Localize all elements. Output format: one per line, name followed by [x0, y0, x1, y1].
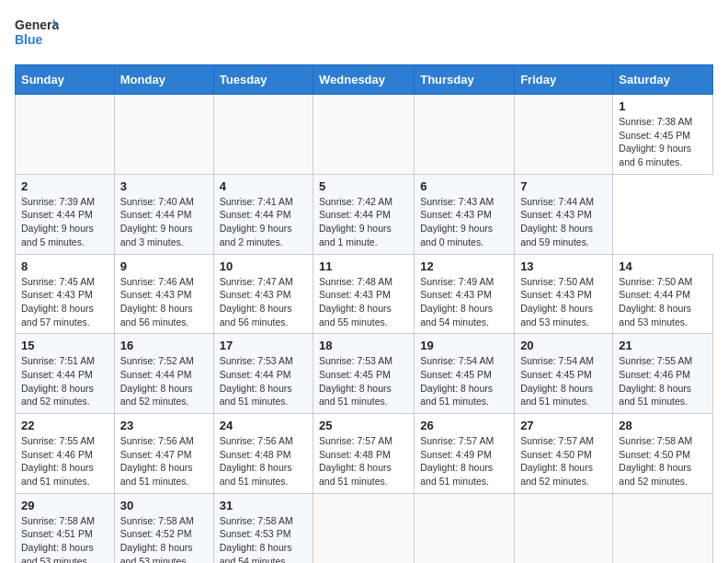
day-number: 19 [420, 339, 508, 352]
header-sunday: Sunday [16, 65, 115, 95]
day-number: 11 [319, 259, 408, 273]
table-row: 2Sunrise: 7:39 AMSunset: 4:44 PMDaylight… [16, 174, 115, 254]
day-number: 21 [619, 339, 707, 352]
day-info: Sunrise: 7:54 AMSunset: 4:45 PMDaylight:… [420, 354, 508, 408]
day-number: 22 [21, 419, 108, 432]
day-number: 17 [220, 339, 307, 352]
day-number: 10 [220, 259, 307, 273]
day-info: Sunrise: 7:38 AMSunset: 4:45 PMDaylight:… [619, 115, 707, 169]
day-info: Sunrise: 7:54 AMSunset: 4:45 PMDaylight:… [520, 354, 607, 408]
day-number: 8 [21, 259, 108, 273]
day-info: Sunrise: 7:57 AMSunset: 4:49 PMDaylight:… [420, 434, 508, 488]
day-info: Sunrise: 7:55 AMSunset: 4:46 PMDaylight:… [619, 354, 707, 408]
day-number: 18 [319, 339, 408, 352]
day-info: Sunrise: 7:50 AMSunset: 4:43 PMDaylight:… [520, 275, 607, 329]
day-number: 9 [120, 259, 208, 273]
table-row: 31Sunrise: 7:58 AMSunset: 4:53 PMDayligh… [213, 493, 313, 563]
day-info: Sunrise: 7:57 AMSunset: 4:48 PMDaylight:… [319, 434, 408, 488]
day-number: 14 [619, 259, 707, 273]
table-row: 16Sunrise: 7:52 AMSunset: 4:44 PMDayligh… [114, 334, 213, 414]
table-row: 15Sunrise: 7:51 AMSunset: 4:44 PMDayligh… [16, 334, 115, 414]
table-row: 25Sunrise: 7:57 AMSunset: 4:48 PMDayligh… [313, 414, 415, 494]
table-row: 13Sunrise: 7:50 AMSunset: 4:43 PMDayligh… [515, 254, 613, 334]
day-info: Sunrise: 7:41 AMSunset: 4:44 PMDaylight:… [220, 195, 307, 249]
calendar-header-row: SundayMondayTuesdayWednesdayThursdayFrid… [16, 65, 713, 95]
table-row: 23Sunrise: 7:56 AMSunset: 4:47 PMDayligh… [114, 414, 213, 494]
day-info: Sunrise: 7:48 AMSunset: 4:43 PMDaylight:… [319, 275, 408, 329]
day-number: 27 [520, 419, 607, 432]
page-header: General Blue [15, 15, 713, 53]
day-number: 29 [21, 499, 108, 512]
day-number: 4 [220, 179, 307, 193]
day-info: Sunrise: 7:57 AMSunset: 4:50 PMDaylight:… [520, 434, 607, 488]
table-row: 4Sunrise: 7:41 AMSunset: 4:44 PMDaylight… [213, 174, 313, 254]
table-row [515, 95, 613, 175]
day-info: Sunrise: 7:50 AMSunset: 4:44 PMDaylight:… [619, 275, 707, 329]
day-info: Sunrise: 7:52 AMSunset: 4:44 PMDaylight:… [120, 354, 208, 408]
table-row [313, 493, 415, 563]
header-saturday: Saturday [613, 65, 713, 95]
day-number: 6 [420, 179, 508, 193]
day-info: Sunrise: 7:49 AMSunset: 4:43 PMDaylight:… [420, 275, 508, 329]
day-info: Sunrise: 7:58 AMSunset: 4:51 PMDaylight:… [21, 514, 108, 563]
table-row [415, 95, 515, 175]
calendar-week-1: 1Sunrise: 7:38 AMSunset: 4:45 PMDaylight… [16, 95, 713, 175]
table-row: 30Sunrise: 7:58 AMSunset: 4:52 PMDayligh… [114, 493, 213, 563]
day-info: Sunrise: 7:46 AMSunset: 4:43 PMDaylight:… [120, 275, 208, 329]
table-row: 17Sunrise: 7:53 AMSunset: 4:44 PMDayligh… [213, 334, 313, 414]
table-row: 27Sunrise: 7:57 AMSunset: 4:50 PMDayligh… [515, 414, 613, 494]
day-number: 23 [120, 419, 208, 432]
day-info: Sunrise: 7:45 AMSunset: 4:43 PMDaylight:… [21, 275, 108, 329]
table-row: 12Sunrise: 7:49 AMSunset: 4:43 PMDayligh… [415, 254, 515, 334]
table-row: 3Sunrise: 7:40 AMSunset: 4:44 PMDaylight… [114, 174, 213, 254]
day-info: Sunrise: 7:51 AMSunset: 4:44 PMDaylight:… [21, 354, 108, 408]
day-number: 3 [120, 179, 208, 193]
header-thursday: Thursday [415, 65, 515, 95]
svg-text:General: General [15, 17, 59, 32]
table-row: 22Sunrise: 7:55 AMSunset: 4:46 PMDayligh… [16, 414, 115, 494]
table-row: 20Sunrise: 7:54 AMSunset: 4:45 PMDayligh… [515, 334, 613, 414]
table-row: 1Sunrise: 7:38 AMSunset: 4:45 PMDaylight… [613, 95, 713, 175]
day-info: Sunrise: 7:53 AMSunset: 4:44 PMDaylight:… [220, 354, 307, 408]
table-row [613, 493, 713, 563]
day-info: Sunrise: 7:56 AMSunset: 4:48 PMDaylight:… [220, 434, 307, 488]
day-number: 28 [619, 419, 707, 432]
table-row [114, 95, 213, 175]
day-number: 26 [420, 419, 508, 432]
table-row: 24Sunrise: 7:56 AMSunset: 4:48 PMDayligh… [213, 414, 313, 494]
header-wednesday: Wednesday [313, 65, 415, 95]
day-number: 15 [21, 339, 108, 352]
calendar-week-6: 29Sunrise: 7:58 AMSunset: 4:51 PMDayligh… [16, 493, 713, 563]
day-number: 20 [520, 339, 607, 352]
day-info: Sunrise: 7:58 AMSunset: 4:53 PMDaylight:… [220, 514, 307, 563]
header-monday: Monday [114, 65, 213, 95]
day-number: 31 [220, 499, 307, 512]
header-friday: Friday [515, 65, 613, 95]
day-info: Sunrise: 7:39 AMSunset: 4:44 PMDaylight:… [21, 195, 108, 249]
day-info: Sunrise: 7:47 AMSunset: 4:43 PMDaylight:… [220, 275, 307, 329]
table-row: 26Sunrise: 7:57 AMSunset: 4:49 PMDayligh… [415, 414, 515, 494]
table-row [16, 95, 115, 175]
table-row: 6Sunrise: 7:43 AMSunset: 4:43 PMDaylight… [415, 174, 515, 254]
day-info: Sunrise: 7:53 AMSunset: 4:45 PMDaylight:… [319, 354, 408, 408]
day-info: Sunrise: 7:56 AMSunset: 4:47 PMDaylight:… [120, 434, 208, 488]
table-row: 11Sunrise: 7:48 AMSunset: 4:43 PMDayligh… [313, 254, 415, 334]
day-info: Sunrise: 7:42 AMSunset: 4:44 PMDaylight:… [319, 195, 408, 249]
calendar-week-4: 15Sunrise: 7:51 AMSunset: 4:44 PMDayligh… [16, 334, 713, 414]
day-info: Sunrise: 7:40 AMSunset: 4:44 PMDaylight:… [120, 195, 208, 249]
table-row: 18Sunrise: 7:53 AMSunset: 4:45 PMDayligh… [313, 334, 415, 414]
day-number: 2 [21, 179, 108, 193]
table-row: 19Sunrise: 7:54 AMSunset: 4:45 PMDayligh… [415, 334, 515, 414]
day-info: Sunrise: 7:44 AMSunset: 4:43 PMDaylight:… [520, 195, 607, 249]
day-number: 5 [319, 179, 408, 193]
day-info: Sunrise: 7:58 AMSunset: 4:52 PMDaylight:… [120, 514, 208, 563]
table-row: 10Sunrise: 7:47 AMSunset: 4:43 PMDayligh… [213, 254, 313, 334]
table-row [213, 95, 313, 175]
table-row: 8Sunrise: 7:45 AMSunset: 4:43 PMDaylight… [16, 254, 115, 334]
day-info: Sunrise: 7:58 AMSunset: 4:50 PMDaylight:… [619, 434, 707, 488]
table-row [515, 493, 613, 563]
table-row [415, 493, 515, 563]
calendar-week-2: 2Sunrise: 7:39 AMSunset: 4:44 PMDaylight… [16, 174, 713, 254]
day-number: 1 [619, 99, 707, 113]
day-number: 7 [520, 179, 607, 193]
